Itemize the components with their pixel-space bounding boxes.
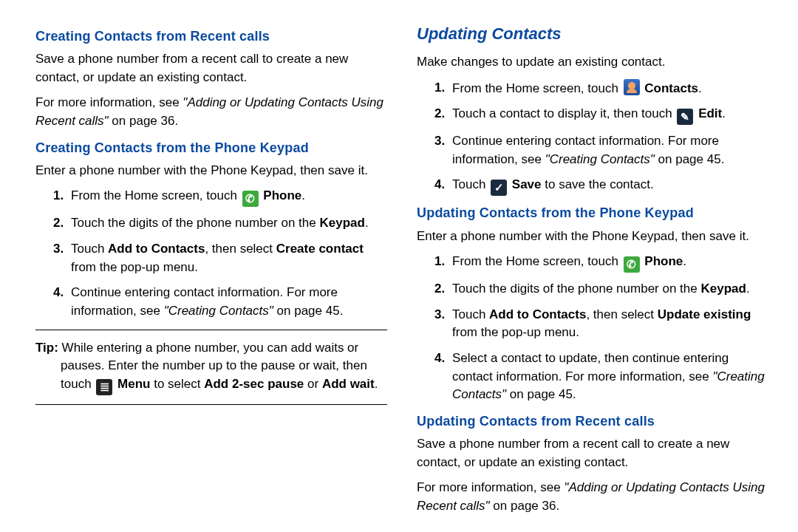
page-footer: Contacts and Accounts 46 [417,529,768,532]
list-number: 4. [434,176,445,194]
tip-line: touch Menu to select Add 2-sec pause or … [35,375,387,395]
text: pauses. Enter the number up to the pause… [35,357,387,375]
text: , then select [205,242,276,256]
tip-block: Tip: While entering a phone number, you … [35,339,387,395]
ordered-list: 1. From the Home screen, touch Contacts.… [417,79,768,197]
text: on page 45. [506,387,576,401]
heading-creating-keypad: Creating Contacts from the Phone Keypad [35,138,387,157]
xref: "Creating Contacts" [545,152,655,166]
xref: "Creating Contacts" [164,304,273,318]
heading-updating-contacts: Updating Contacts [417,22,768,46]
list-number: 4. [434,349,445,368]
label-contacts: Contacts [644,81,698,95]
text: . [722,106,726,120]
label-keypad: Keypad [700,282,746,296]
heading-updating-recent: Updating Contacts from Recent calls [417,412,768,431]
para: Enter a phone number with the Phone Keyp… [35,162,387,180]
list-item: 1. From the Home screen, touch Phone. [417,253,768,273]
text: Touch a contact to display it, then touc… [452,106,675,120]
check-icon [491,180,507,196]
label-edit: Edit [698,106,722,120]
text: on page 45. [655,152,725,166]
list-number: 2. [53,214,64,233]
list-item: 3. Continue entering contact information… [417,132,768,168]
text: . [698,81,702,95]
list-number: 1. [434,79,445,98]
label-add-to-contacts: Add to Contacts [108,242,205,256]
list-number: 4. [53,284,64,302]
text: to select [150,377,204,391]
list-item: 3. Touch Add to Contacts, then select Cr… [35,240,387,276]
label-menu: Menu [117,377,150,391]
text: Touch the digits of the phone number on … [452,282,700,296]
text: While entering a phone number, you can a… [62,341,359,355]
list-number: 3. [434,306,445,324]
list-number: 2. [434,105,445,123]
text: For more information, see [417,480,564,494]
label-create-contact: Create contact [276,242,364,256]
label-add-pause: Add 2-sec pause [204,377,304,391]
left-column: Creating Contacts from Recent calls Save… [35,22,387,517]
ordered-list: 1. From the Home screen, touch Phone. 2.… [417,253,768,404]
right-column: Updating Contacts Make changes to update… [417,22,768,517]
text: to save the contact. [542,177,654,191]
ordered-list: 1. From the Home screen, touch Phone. 2.… [35,187,387,320]
menu-icon [96,379,112,395]
list-item: 2. Touch the digits of the phone number … [35,214,387,233]
label-phone: Phone [644,254,683,268]
list-item: 4. Touch Save to save the contact. [417,176,768,196]
para: Save a phone number from a recent call t… [417,435,768,471]
heading-creating-recent: Creating Contacts from Recent calls [35,27,387,46]
text: on page 45. [273,304,344,318]
phone-icon [624,256,640,273]
text: from the pop-up menu. [71,260,198,274]
label-keypad: Keypad [319,216,364,230]
para: Enter a phone number with the Phone Keyp… [417,228,768,246]
tip-label: Tip: [35,341,58,355]
text: From the Home screen, touch [71,188,241,202]
text: . [301,188,305,202]
divider [35,404,387,405]
label-add-to-contacts: Add to Contacts [489,307,586,321]
list-item: 3. Touch Add to Contacts, then select Up… [417,306,768,342]
label-update-existing: Update existing [658,307,751,321]
text: from the pop-up menu. [452,325,579,339]
text: Select a contact to update, then continu… [452,351,729,383]
para-xref: For more information, see "Adding or Upd… [35,94,387,130]
label-add-wait: Add wait [322,377,375,391]
text: Touch [452,307,489,321]
text: . [365,216,369,230]
label-phone: Phone [263,188,301,202]
edit-icon [677,109,693,125]
list-item: 2. Touch the digits of the phone number … [417,280,768,299]
para: Make changes to update an existing conta… [417,53,768,72]
list-number: 3. [53,240,64,259]
text: touch [61,377,95,391]
text: From the Home screen, touch [452,254,622,268]
divider [35,330,387,330]
phone-icon [242,191,259,207]
para-xref: For more information, see "Adding or Upd… [417,479,768,515]
page-number: 46 [742,529,768,532]
para: Save a phone number from a recent call t… [35,50,387,86]
list-item: 2. Touch a contact to display it, then t… [417,105,768,125]
text: For more information, see [35,95,183,109]
list-number: 2. [434,280,445,299]
list-number: 1. [53,187,64,205]
text: . [746,282,750,296]
text: From the Home screen, touch [452,81,622,95]
text: , then select [586,307,657,321]
text: on page 36. [490,499,560,513]
text: Touch [71,242,108,256]
text: Touch [452,177,489,191]
list-item: 4. Select a contact to update, then cont… [417,349,768,404]
text: . [375,377,378,391]
text: on page 36. [109,114,179,128]
page: Creating Contacts from Recent calls Save… [0,0,798,532]
list-item: 4. Continue entering contact information… [35,284,387,320]
text: Touch the digits of the phone number on … [71,216,319,230]
list-item: 1. From the Home screen, touch Contacts. [417,79,768,98]
list-number: 3. [434,132,445,151]
text: or [304,377,322,391]
list-number: 1. [434,253,445,271]
